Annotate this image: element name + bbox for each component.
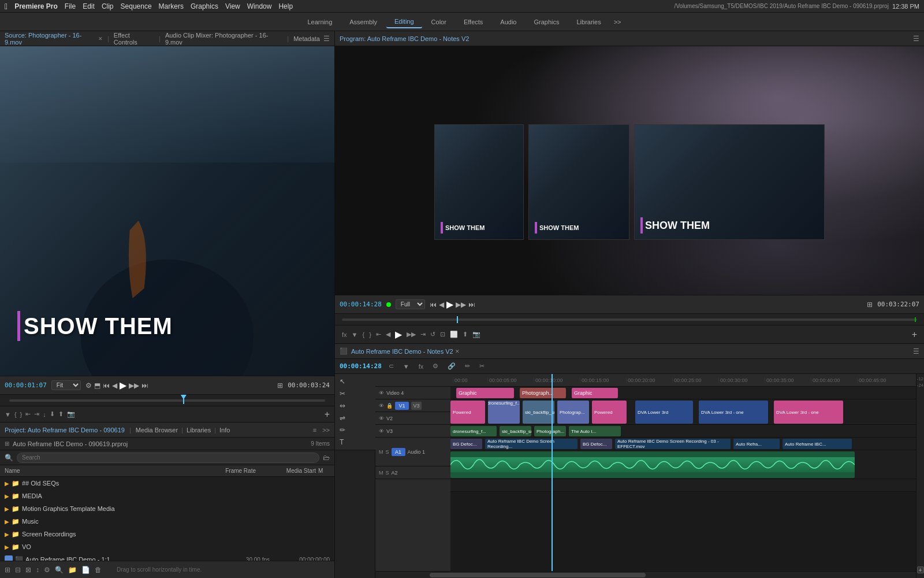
source-step-forward-icon[interactable]: ⏭ — [141, 381, 148, 390]
source-mark-in-icon[interactable]: ▼ — [5, 411, 11, 418]
list-item[interactable]: ▶ 📁 Music — [0, 515, 334, 528]
source-panel-menu[interactable]: ☰ — [323, 35, 330, 43]
source-step-back-icon[interactable]: ⏮ — [103, 381, 110, 390]
clip-v1-photographer[interactable]: Photograp... — [557, 401, 589, 424]
program-step-forward-icon[interactable]: ⏭ — [468, 301, 475, 309]
clip-v2-screen1[interactable]: Auto Reframe IBC Demo Screen Recording..… — [485, 439, 578, 449]
project-icon-grid[interactable]: ⊞ — [5, 440, 9, 447]
menu-premiere-pro[interactable]: Premiere Pro — [14, 2, 58, 10]
source-play-icon[interactable]: ▶ — [120, 380, 126, 391]
program-timeline[interactable] — [335, 313, 924, 325]
tab-color[interactable]: Color — [423, 16, 454, 28]
prog-add-icon[interactable]: + — [912, 329, 917, 340]
tl-mark-btn[interactable]: ▼ — [401, 362, 412, 371]
source-timeline[interactable] — [0, 394, 334, 406]
timeline-tab-active[interactable]: Auto Reframe IBC Demo - Notes V2 ✕ — [351, 348, 460, 355]
prog-mark-in-icon[interactable]: ▼ — [352, 331, 358, 338]
program-title[interactable]: Program: Auto Reframe IBC Demo - Notes V… — [340, 35, 469, 42]
source-add-icon[interactable]: + — [325, 409, 330, 420]
source-fit-dropdown[interactable]: Fit 25% 50% Full — [51, 380, 81, 390]
source-timecode[interactable]: 00:00:01:07 — [5, 381, 47, 389]
tab-graphics[interactable]: Graphics — [526, 16, 567, 28]
tl-snap-btn[interactable]: ⊂ — [386, 361, 396, 371]
tl-link-btn[interactable]: 🔗 — [445, 361, 458, 371]
col-fps-header[interactable]: Frame Rate — [210, 468, 256, 474]
menu-edit[interactable]: Edit — [83, 2, 95, 10]
apple-menu[interactable]:  — [5, 2, 8, 11]
clip-v1-powered2[interactable]: Powered — [592, 401, 627, 424]
project-find-btn[interactable]: 🔍 — [55, 566, 64, 574]
project-delete-btn[interactable]: 🗑 — [95, 566, 102, 574]
metadata-tab[interactable]: Metadata — [293, 35, 320, 42]
prog-mark-out-icon[interactable]: } — [369, 331, 371, 338]
tl-pen-btn[interactable]: ✏ — [463, 361, 472, 371]
col-name-header[interactable]: Name — [5, 468, 207, 474]
prog-prev-icon[interactable]: ◀ — [386, 331, 390, 338]
prog-export-icon[interactable]: ⬆ — [463, 331, 468, 338]
project-search-input[interactable] — [17, 453, 319, 463]
project-new-item-btn[interactable]: 📄 — [81, 566, 90, 574]
menu-file[interactable]: File — [65, 2, 76, 10]
clip-v1-dva3[interactable]: DVA Lower 3rd - one — [774, 401, 843, 424]
source-export-clip-icon[interactable]: ⬆ — [58, 410, 64, 418]
clip-v1-dva2[interactable]: DVA Lower 3rd - one — [699, 401, 768, 424]
menu-clip[interactable]: Clip — [102, 2, 114, 10]
project-freeform-icon[interactable]: ⊠ — [25, 566, 31, 574]
program-next-frame-icon[interactable]: ▶▶ — [456, 301, 466, 309]
tab-info[interactable]: Info — [219, 427, 230, 433]
clip-v2-screen2[interactable]: Auto Reframe IBC Demo Screen Recording -… — [615, 439, 731, 449]
tab-learning[interactable]: Learning — [299, 16, 340, 28]
menu-markers[interactable]: Markers — [159, 2, 184, 10]
track-v1-eye-icon[interactable]: 👁 — [379, 403, 384, 409]
prog-play-btn[interactable]: ▶ — [395, 329, 402, 340]
track-a2-mute[interactable]: M — [379, 470, 383, 476]
timeline-ruler[interactable]: 00:00 00:00:05:00 00:00:10:00 00:00:15:0… — [450, 374, 916, 387]
tab-editing[interactable]: Editing — [386, 16, 422, 28]
tab-libraries[interactable]: Libraries — [187, 427, 211, 433]
prog-go-in-icon[interactable]: ⇤ — [376, 331, 381, 338]
program-prev-frame-icon[interactable]: ◀ — [439, 301, 444, 309]
source-camera-icon[interactable]: 📷 — [67, 410, 75, 418]
tab-libraries[interactable]: Libraries — [569, 16, 609, 28]
menu-graphics[interactable]: Graphics — [191, 2, 218, 10]
program-timecode[interactable]: 00:00:14:28 — [340, 301, 382, 308]
track-eye-icon[interactable]: 👁 — [379, 390, 384, 396]
prog-go-out-icon[interactable]: ⇥ — [420, 331, 426, 338]
tool-arrow-icon[interactable]: ↖ — [337, 376, 373, 387]
project-list-view-icon[interactable]: ⊞ — [5, 566, 10, 574]
program-fit-dropdown[interactable]: Full Fit 50% — [396, 299, 425, 309]
clip-v3-photographer[interactable]: Photograph... — [534, 426, 566, 436]
track-a1-mute[interactable]: M — [379, 449, 383, 455]
track-v1-lock[interactable]: 🔒 — [386, 403, 393, 409]
source-insert-icon[interactable]: ↓ — [43, 411, 46, 418]
prog-fx-icon[interactable]: fx — [342, 331, 347, 338]
source-settings-icon[interactable]: ⚙ — [85, 381, 92, 390]
clip-v3-ski[interactable]: ski_backflip_sma... — [500, 426, 531, 436]
source-next-frame-icon[interactable]: ▶▶ — [129, 381, 139, 390]
menu-view[interactable]: View — [225, 2, 240, 10]
timeline-panel-menu[interactable]: ☰ — [913, 347, 919, 355]
menu-sequence[interactable]: Sequence — [121, 2, 152, 10]
clip-v2-bgdefoc1[interactable]: BG Defoc... — [450, 439, 482, 449]
clip-v4-photographer[interactable]: Photograph... — [520, 388, 566, 398]
clip-v2-bgdefoc2[interactable]: BG Defoc... — [580, 439, 612, 449]
list-item[interactable]: ▶ 📁 Motion Graphics Template Media — [0, 502, 334, 515]
tool-pen-icon[interactable]: ✏ — [337, 425, 373, 435]
clip-v1-dva1[interactable]: DVA Lower 3rd — [635, 401, 693, 424]
timeline-tab-close[interactable]: ✕ — [455, 349, 460, 354]
prog-camera-icon[interactable]: 📷 — [472, 331, 480, 338]
col-m-header[interactable]: M — [318, 468, 330, 474]
clip-v4-graphic2[interactable]: Graphic — [572, 388, 618, 398]
track-v3-eye-icon[interactable]: 👁 — [379, 428, 384, 434]
list-item[interactable]: ▶ 📁 ## Old SEQs — [0, 477, 334, 490]
list-item[interactable]: ▶ 📁 VO — [0, 540, 334, 553]
tab-assembly[interactable]: Assembly — [341, 16, 385, 28]
add-track-btn[interactable]: + — [917, 566, 924, 573]
prog-next-icon[interactable]: ▶▶ — [407, 331, 416, 338]
source-go-in-icon[interactable]: ⇤ — [25, 410, 31, 418]
project-automate-icon[interactable]: ⚙ — [44, 566, 50, 574]
source-overwrite-icon[interactable]: ⬇ — [50, 410, 55, 418]
source-export-icon[interactable]: ⬒ — [94, 381, 100, 390]
tool-razor-icon[interactable]: ✂ — [337, 388, 373, 399]
clip-v1-powered[interactable]: Powered — [450, 401, 485, 424]
